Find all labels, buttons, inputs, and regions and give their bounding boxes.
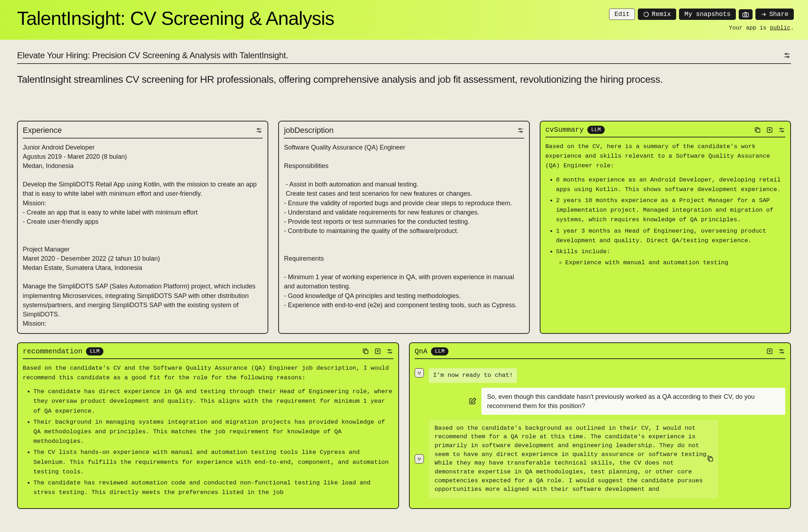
remix-label: Remix bbox=[652, 11, 671, 18]
list-subitem: Experience with manual and automation te… bbox=[565, 258, 785, 267]
jobdescription-body: Software Quality Assurance (QA) Engineer… bbox=[279, 143, 529, 315]
cvsummary-panel: cvSummary LLM Based on the CV bbox=[540, 121, 791, 334]
share-label: Share bbox=[769, 11, 788, 18]
header-toolbar: Edit Remix My snapshots Share bbox=[609, 9, 794, 20]
panels-row-1: Experience Junior Android Developer Agus… bbox=[17, 121, 791, 334]
list-item: Their background in managing systems int… bbox=[33, 417, 393, 446]
svg-point-5 bbox=[785, 53, 787, 55]
camera-icon bbox=[742, 11, 749, 17]
list-item: 8 months experience as an Android Develo… bbox=[556, 175, 785, 194]
qna-panel: QnA LLM I'm now r bbox=[409, 342, 791, 509]
list-item: The candidate has reviewed automation co… bbox=[33, 478, 393, 497]
recommendation-intro: Based on the candidate's CV and the Soft… bbox=[23, 363, 393, 382]
camera-button[interactable] bbox=[739, 9, 753, 20]
llm-badge: LLM bbox=[86, 347, 103, 355]
bot-answer-bubble: Based on the candidate's background as o… bbox=[429, 420, 718, 498]
divider bbox=[284, 138, 524, 139]
cvsummary-intro: Based on the CV, here is a summary of th… bbox=[545, 142, 785, 171]
svg-point-20 bbox=[782, 130, 783, 132]
chat-body: I'm now ready to chat! So, even though t… bbox=[410, 363, 790, 508]
settings-icon[interactable] bbox=[517, 127, 524, 134]
description: TalentInsight streamlines CV screening f… bbox=[17, 74, 791, 85]
panels-row-2: recommendation LLM Based on t bbox=[17, 342, 791, 509]
settings-icon[interactable] bbox=[783, 52, 791, 59]
svg-rect-15 bbox=[756, 129, 760, 132]
svg-point-19 bbox=[780, 128, 782, 129]
snapshots-button[interactable]: My snapshots bbox=[679, 9, 736, 20]
svg-point-32 bbox=[418, 372, 419, 373]
svg-point-13 bbox=[519, 128, 521, 130]
bot-avatar-icon bbox=[415, 454, 424, 463]
svg-rect-21 bbox=[365, 350, 368, 354]
panel-header: jobDescription bbox=[279, 121, 529, 138]
export-icon[interactable] bbox=[766, 348, 773, 355]
recommendation-list: The candidate has direct experience in Q… bbox=[23, 387, 393, 497]
export-icon[interactable] bbox=[766, 126, 773, 134]
bot-ready-bubble: I'm now ready to chat! bbox=[429, 368, 517, 383]
share-icon bbox=[761, 12, 767, 17]
copy-icon[interactable] bbox=[754, 126, 761, 134]
panel-title: recommendation bbox=[23, 347, 82, 355]
panel-title: QnA bbox=[415, 347, 427, 355]
chat-row-user: So, even though this candidate hasn't pr… bbox=[415, 388, 785, 415]
public-suffix: . bbox=[790, 25, 794, 31]
divider bbox=[23, 138, 263, 139]
panel-header: cvSummary LLM bbox=[540, 121, 790, 137]
chat-row-bot: Based on the candidate's background as o… bbox=[415, 420, 785, 498]
panel-title: jobDescription bbox=[284, 126, 333, 135]
edit-icon[interactable] bbox=[469, 397, 476, 405]
divider bbox=[415, 358, 785, 359]
chat-row-bot: I'm now ready to chat! bbox=[415, 368, 785, 383]
list-item: The candidate has direct experience in Q… bbox=[33, 387, 393, 416]
settings-icon[interactable] bbox=[778, 127, 785, 133]
experience-body: Junior Android Developer Agustus 2019 - … bbox=[18, 143, 268, 333]
cvsummary-list: 8 months experience as an Android Develo… bbox=[545, 175, 785, 268]
public-prefix: Your app is bbox=[729, 25, 770, 31]
subheader: Elevate Your Hiring: Precision CV Screen… bbox=[17, 50, 791, 64]
list-item: 1 year 3 months as Head of Engineering, … bbox=[556, 226, 785, 245]
copy-icon[interactable] bbox=[707, 455, 714, 462]
edit-button[interactable]: Edit bbox=[609, 9, 635, 20]
panel-title: cvSummary bbox=[545, 126, 584, 134]
subheader-text: Elevate Your Hiring: Precision CV Screen… bbox=[17, 50, 288, 60]
svg-point-25 bbox=[388, 349, 390, 351]
svg-point-34 bbox=[418, 458, 419, 459]
svg-point-9 bbox=[258, 128, 259, 130]
public-link[interactable]: public bbox=[770, 25, 791, 31]
main-content: Elevate Your Hiring: Precision CV Screen… bbox=[0, 40, 808, 520]
remix-button[interactable]: Remix bbox=[638, 9, 676, 20]
list-item: The CV lists hands-on experience with ma… bbox=[33, 447, 393, 477]
list-item: Skills include: Experience with manual a… bbox=[556, 247, 785, 267]
settings-icon[interactable] bbox=[386, 348, 393, 354]
public-status: Your app is public. bbox=[729, 25, 794, 31]
copy-icon[interactable] bbox=[362, 348, 369, 355]
panel-title: Experience bbox=[23, 126, 62, 135]
llm-badge: LLM bbox=[587, 126, 605, 134]
recommendation-body: Based on the candidate's CV and the Soft… bbox=[18, 363, 398, 504]
svg-point-35 bbox=[420, 458, 421, 459]
svg-point-31 bbox=[782, 352, 783, 353]
share-button[interactable]: Share bbox=[755, 9, 794, 20]
bot-answer-text: Based on the candidate's background as o… bbox=[435, 425, 710, 493]
svg-point-26 bbox=[390, 352, 391, 353]
jobdescription-panel: jobDescription Software Quality Assuranc… bbox=[278, 121, 529, 334]
list-item-text: Skills include: bbox=[556, 248, 610, 255]
panel-header: recommendation LLM bbox=[18, 343, 398, 358]
panel-header: Experience bbox=[18, 121, 268, 138]
user-bubble: So, even though this candidate hasn't pr… bbox=[481, 388, 785, 415]
app-header: TalentInsight: CV Screening & Analysis E… bbox=[0, 0, 808, 40]
divider bbox=[545, 137, 785, 137]
bot-avatar-icon bbox=[415, 368, 424, 378]
experience-panel: Experience Junior Android Developer Agus… bbox=[17, 121, 268, 334]
remix-icon bbox=[643, 11, 649, 17]
svg-point-33 bbox=[420, 372, 421, 373]
svg-point-10 bbox=[259, 131, 261, 132]
cvsummary-body: Based on the CV, here is a summary of th… bbox=[540, 142, 790, 274]
svg-point-2 bbox=[744, 13, 747, 16]
export-icon[interactable] bbox=[374, 348, 381, 355]
llm-badge: LLM bbox=[431, 347, 448, 355]
settings-icon[interactable] bbox=[255, 127, 263, 134]
svg-point-30 bbox=[780, 349, 782, 351]
settings-icon[interactable] bbox=[778, 348, 785, 354]
svg-point-14 bbox=[521, 131, 522, 132]
